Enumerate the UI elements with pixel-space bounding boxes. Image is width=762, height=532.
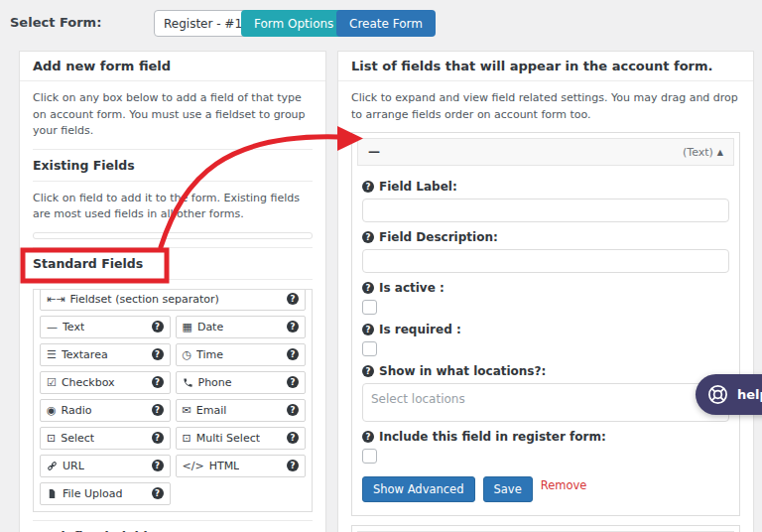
remove-link[interactable]: Remove bbox=[541, 478, 587, 492]
html-icon: </> bbox=[183, 461, 204, 471]
field-description-input[interactable] bbox=[362, 249, 729, 273]
field-chip-radio[interactable]: ◉Radio? bbox=[40, 399, 171, 422]
field-chip-file-upload[interactable]: File Upload? bbox=[40, 482, 171, 505]
chevron-up-icon: ▲ bbox=[717, 148, 723, 157]
help-icon[interactable]: ? bbox=[152, 432, 164, 444]
field-chip-label: Text bbox=[63, 321, 84, 333]
add-field-intro: Click on any box below to add a field of… bbox=[33, 90, 313, 140]
predefined-fields-section: Predefined Fields Country?Gender?▦Date o… bbox=[33, 520, 313, 532]
is-active-checkbox[interactable] bbox=[362, 300, 377, 315]
save-button[interactable]: Save bbox=[483, 476, 533, 502]
field-chip-date[interactable]: ▦Date? bbox=[176, 316, 307, 338]
help-icon[interactable]: ? bbox=[362, 431, 374, 443]
toolbar: Select Form: Register - #1 ▼ Form Option… bbox=[0, 0, 762, 48]
field-chip-label: Date bbox=[197, 321, 223, 333]
field-chip-select[interactable]: ⊡Select? bbox=[40, 427, 171, 450]
field-label-input[interactable] bbox=[362, 199, 729, 222]
help-icon[interactable]: ? bbox=[287, 404, 299, 416]
textarea-icon: ☰ bbox=[47, 349, 57, 360]
help-icon[interactable]: ? bbox=[152, 376, 164, 388]
expanded-field-card-header[interactable]: — (Text) ▲ bbox=[357, 138, 734, 166]
standard-fields-grid: ⇤⇥Fieldset (section separator)?—Text?▦Da… bbox=[33, 289, 313, 512]
fields-list-panel: List of fields that will appear in the a… bbox=[337, 51, 754, 532]
help-icon[interactable]: ? bbox=[152, 487, 164, 499]
select-form-label: Select Form: bbox=[10, 15, 101, 30]
field-chip-checkbox[interactable]: ☑Checkbox? bbox=[40, 371, 171, 394]
field-chip-text[interactable]: —Text? bbox=[40, 316, 171, 338]
include-register-checkbox[interactable] bbox=[362, 449, 377, 464]
field-chip-multi-select[interactable]: ⊡Multi Select? bbox=[176, 427, 307, 450]
help-icon[interactable]: ? bbox=[362, 324, 374, 335]
field-chip-label: Phone bbox=[198, 376, 232, 389]
field-type-label: (Text) bbox=[683, 146, 713, 159]
help-icon[interactable]: ? bbox=[287, 432, 299, 444]
field-description-row: ? Field Description: bbox=[362, 230, 729, 244]
existing-fields-section: Existing Fields Click on field to add it… bbox=[33, 149, 313, 239]
help-icon[interactable]: ? bbox=[287, 321, 299, 332]
life-buoy-icon bbox=[706, 383, 729, 406]
url-icon bbox=[47, 461, 58, 471]
include-register-row: ? Include this field in register form: bbox=[362, 430, 729, 444]
is-required-row: ? Is required : bbox=[362, 323, 729, 336]
is-required-checkbox[interactable] bbox=[362, 341, 377, 356]
help-icon[interactable]: ? bbox=[152, 460, 164, 471]
field-chip-label: Radio bbox=[62, 404, 92, 417]
field-chip-label: URL bbox=[63, 460, 84, 472]
field-chip-label: Textarea bbox=[62, 348, 108, 361]
field-chip-label: Fieldset (section separator) bbox=[69, 293, 218, 306]
radio-icon: ◉ bbox=[47, 405, 57, 416]
collapsed-field-card-first-name: —First Name(Text)▼ bbox=[351, 525, 740, 532]
field-chip-textarea[interactable]: ☰Textarea? bbox=[40, 343, 171, 366]
field-chip-label: Checkbox bbox=[62, 376, 115, 389]
field-chip-fieldset-section-separator[interactable]: ⇤⇥Fieldset (section separator)? bbox=[40, 289, 306, 311]
field-chip-url[interactable]: URL? bbox=[40, 455, 171, 477]
form-options-button[interactable]: Form Options bbox=[241, 10, 346, 37]
show-advanced-button[interactable]: Show Advanced bbox=[362, 476, 475, 502]
help-icon[interactable]: ? bbox=[362, 181, 374, 193]
help-icon[interactable]: ? bbox=[287, 460, 299, 471]
existing-fields-title: Existing Fields bbox=[33, 150, 313, 182]
field-label-label: Field Label: bbox=[379, 180, 457, 194]
form-builder-page: Select Form: Register - #1 ▼ Form Option… bbox=[0, 0, 762, 532]
help-icon[interactable]: ? bbox=[287, 348, 299, 360]
is-required-label: Is required : bbox=[379, 323, 461, 336]
phone-icon bbox=[183, 377, 193, 388]
add-field-panel: Add new form field Click on any box belo… bbox=[19, 51, 326, 532]
help-icon[interactable]: ? bbox=[362, 365, 374, 377]
field-settings: ? Field Label: ? Field Description: ? Is… bbox=[357, 166, 734, 510]
field-chip-html[interactable]: </>HTML? bbox=[176, 455, 307, 477]
fields-list-panel-title: List of fields that will appear in the a… bbox=[338, 52, 753, 81]
is-active-label: Is active : bbox=[379, 281, 444, 295]
help-icon[interactable]: ? bbox=[152, 404, 164, 416]
fieldset-icon: ⇤⇥ bbox=[47, 294, 64, 305]
add-field-panel-title: Add new form field bbox=[20, 52, 325, 81]
field-chip-label: HTML bbox=[209, 460, 240, 472]
create-form-button[interactable]: Create Form bbox=[336, 10, 436, 37]
help-icon[interactable]: ? bbox=[287, 376, 299, 388]
calendar-icon: ▦ bbox=[183, 322, 192, 332]
standard-fields-section: Standard Fields ⇤⇥Fieldset (section sepa… bbox=[33, 247, 313, 512]
help-icon[interactable]: ? bbox=[287, 293, 299, 305]
help-icon[interactable]: ? bbox=[152, 321, 164, 332]
field-chip-phone[interactable]: Phone? bbox=[176, 371, 307, 394]
fields-list-intro: Click to expand and view field related s… bbox=[351, 90, 740, 123]
help-icon[interactable]: ? bbox=[362, 282, 374, 294]
multiselect-icon: ⊡ bbox=[183, 433, 191, 444]
field-chip-time[interactable]: ◷Time? bbox=[176, 343, 307, 366]
help-button[interactable]: help bbox=[696, 374, 762, 415]
locations-multiselect[interactable]: Select locations bbox=[362, 383, 729, 422]
field-chip-label: Select bbox=[61, 432, 94, 445]
existing-fields-description: Click on field to add it to the form. Ex… bbox=[33, 191, 313, 223]
include-register-label: Include this field in register form: bbox=[379, 430, 606, 444]
field-chip-label: Multi Select bbox=[196, 432, 260, 445]
locations-label: Show in what locations?: bbox=[379, 364, 546, 378]
clock-icon: ◷ bbox=[183, 349, 192, 360]
text-icon: — bbox=[47, 322, 58, 332]
card-actions: Show Advanced Save Remove bbox=[362, 476, 729, 502]
existing-fields-empty-list bbox=[33, 232, 313, 239]
form-select-value: Register - #1 bbox=[164, 17, 242, 31]
is-active-row: ? Is active : bbox=[362, 281, 729, 295]
help-icon[interactable]: ? bbox=[362, 231, 374, 243]
field-chip-email[interactable]: ✉Email? bbox=[176, 399, 307, 422]
help-icon[interactable]: ? bbox=[152, 348, 164, 360]
